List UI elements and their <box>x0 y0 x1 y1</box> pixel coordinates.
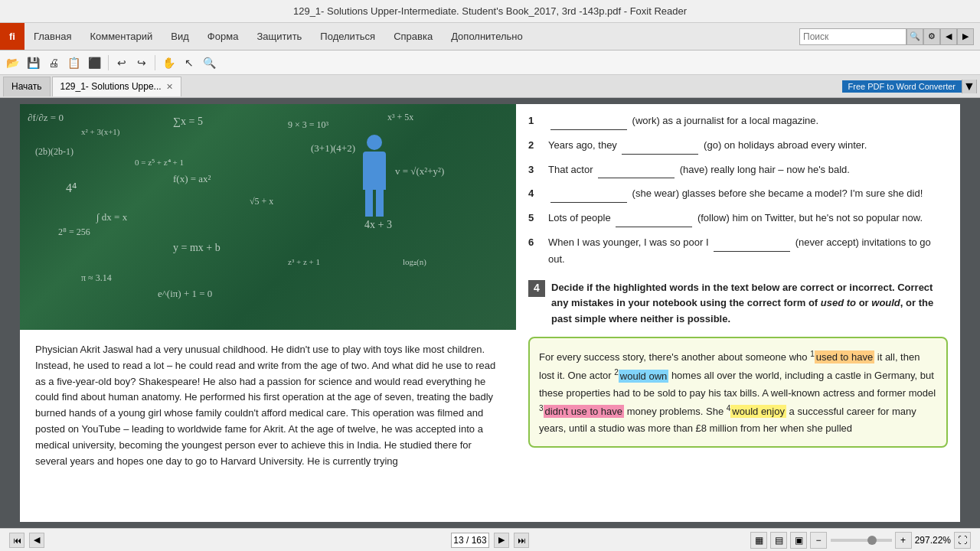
exercise-1: 1 (work) as a journalist for a local mag… <box>528 113 948 130</box>
left-page: ∂f/∂z = 0 x² + 3(x+1) (2b)(2b-1) ∑x = 5 … <box>20 104 516 522</box>
section-4-header: 4 Decide if the highlighted words in the… <box>528 280 948 328</box>
blank-1 <box>550 113 627 130</box>
nav-forward[interactable]: ▶ <box>957 28 974 45</box>
search-settings[interactable]: ⚙ <box>923 28 940 45</box>
view-mode-icons: ▦ ▤ ▣ − <box>750 532 827 549</box>
zoom-in-btn[interactable]: + <box>895 532 912 549</box>
superscript-1: 1 <box>810 350 815 358</box>
page-number-input[interactable] <box>451 533 489 548</box>
right-page: 1 (work) as a journalist for a local mag… <box>516 104 960 522</box>
blank-2 <box>622 138 698 155</box>
bottom-bar: ⏮ ◀ ▶ ⏭ ▦ ▤ ▣ − + 297.22% ⛶ <box>0 528 980 551</box>
menu-help[interactable]: Справка <box>384 23 442 50</box>
toolbar-open[interactable]: 📂 <box>3 54 22 72</box>
superscript-2: 2 <box>614 368 619 377</box>
toolbar-sep1 <box>108 55 109 70</box>
next-page-btn[interactable]: ▶ <box>494 533 509 548</box>
toolbar-convert[interactable]: ⬛ <box>85 54 104 72</box>
last-page-btn[interactable]: ⏭ <box>514 533 529 548</box>
blank-5 <box>616 210 692 227</box>
tab-home-label: Начать <box>11 81 42 92</box>
chalkboard-image: ∂f/∂z = 0 x² + 3(x+1) (2b)(2b-1) ∑x = 5 … <box>20 104 516 330</box>
exercise-5: 5 Lots of people (follow) him on Twitter… <box>528 210 948 227</box>
converter-banner[interactable]: Free PDF to Word Converter <box>842 80 962 93</box>
toolbar-sep2 <box>155 55 155 70</box>
main-content: ∂f/∂z = 0 x² + 3(x+1) (2b)(2b-1) ∑x = 5 … <box>0 98 980 528</box>
zoom-handle[interactable] <box>867 536 877 545</box>
left-page-text: Physician Akrit Jaswal had a very unusua… <box>20 330 516 481</box>
zoom-area: + 297.22% ⛶ <box>831 532 971 549</box>
tab-close-icon[interactable]: ✕ <box>166 82 173 92</box>
app-title: 129_1- Solutions Upper-Intermediate. Stu… <box>293 5 687 17</box>
blank-3 <box>598 162 675 179</box>
toolbar-undo[interactable]: ↩ <box>113 54 131 72</box>
toolbar-save[interactable]: 💾 <box>24 54 43 72</box>
two-page-view[interactable]: ▣ <box>790 532 807 549</box>
zoom-level: 297.22% <box>915 535 951 546</box>
title-bar: 129_1- Solutions Upper-Intermediate. Stu… <box>0 0 980 23</box>
toolbar-select[interactable]: ↖ <box>180 54 198 72</box>
toolbar-hand[interactable]: ✋ <box>159 54 178 72</box>
tab-current[interactable]: 129_1- Solutions Uppe... ✕ <box>52 77 181 96</box>
bottom-left-icons: ⏮ ◀ <box>9 533 44 548</box>
menu-extra[interactable]: Дополнительно <box>442 23 532 50</box>
exercise-6: 6 When I was younger, I was so poor I (n… <box>528 235 948 268</box>
single-page-view[interactable]: ▦ <box>750 532 767 549</box>
highlight-2: would own <box>619 370 668 383</box>
search-area: 🔍 ⚙ ◀ ▶ <box>799 23 974 50</box>
menu-view[interactable]: Вид <box>162 23 198 50</box>
tab-dropdown[interactable]: ▼ <box>962 80 977 93</box>
menu-form[interactable]: Форма <box>198 23 248 50</box>
section-title: Decide if the highlighted words in the t… <box>551 280 948 328</box>
person-figure <box>355 135 394 219</box>
chalk-background: ∂f/∂z = 0 x² + 3(x+1) (2b)(2b-1) ∑x = 5 … <box>20 104 516 330</box>
prev-page-btn[interactable]: ◀ <box>29 533 44 548</box>
tab-current-label: 129_1- Solutions Uppe... <box>60 81 162 92</box>
menu-bar: fi Главная Комментарий Вид Форма Защитит… <box>0 23 980 51</box>
document-area: ∂f/∂z = 0 x² + 3(x+1) (2b)(2b-1) ∑x = 5 … <box>0 98 980 528</box>
first-page-btn[interactable]: ⏮ <box>9 533 24 548</box>
blank-6 <box>714 235 790 252</box>
highlighted-text-box: For every success story, there's another… <box>528 337 948 448</box>
menu-share[interactable]: Поделиться <box>311 23 384 50</box>
app-logo-text: fi <box>9 31 15 42</box>
zoom-slider[interactable] <box>831 539 892 542</box>
exercise-4: 4 (she wear) glasses before she became a… <box>528 186 948 203</box>
zoom-out-btn[interactable]: − <box>810 532 827 549</box>
menu-comment[interactable]: Комментарий <box>80 23 162 50</box>
toolbar-redo[interactable]: ↪ <box>132 54 151 72</box>
tab-bar: Начать 129_1- Solutions Uppe... ✕ Free P… <box>0 75 980 98</box>
highlight-3: didn't use to have <box>544 405 625 418</box>
toolbar-zoom-in[interactable]: 🔍 <box>200 54 219 72</box>
exercise-3: 3 That actor (have) really long hair – n… <box>528 162 948 179</box>
tab-home[interactable]: Начать <box>3 77 51 96</box>
superscript-3: 3 <box>539 404 544 412</box>
toolbar-print[interactable]: 🖨 <box>44 54 63 72</box>
nav-back[interactable]: ◀ <box>940 28 957 45</box>
menu-protect[interactable]: Защитить <box>247 23 311 50</box>
menu-home[interactable]: Главная <box>24 23 80 50</box>
app-logo: fi <box>0 23 24 50</box>
search-input[interactable] <box>799 28 906 45</box>
exercise-2: 2 Years ago, they (go) on holidays abroa… <box>528 138 948 155</box>
highlight-1: used to have <box>815 350 874 364</box>
section-number: 4 <box>528 280 545 297</box>
fullscreen-btn[interactable]: ⛶ <box>954 532 971 549</box>
continuous-view[interactable]: ▤ <box>770 532 787 549</box>
search-button[interactable]: 🔍 <box>906 28 923 45</box>
blank-4 <box>550 186 627 203</box>
toolbar: 📂 💾 🖨 📋 ⬛ ↩ ↪ ✋ ↖ 🔍 <box>0 51 980 75</box>
highlight-4: would enjoy <box>730 405 786 418</box>
toolbar-scan[interactable]: 📋 <box>64 54 83 72</box>
